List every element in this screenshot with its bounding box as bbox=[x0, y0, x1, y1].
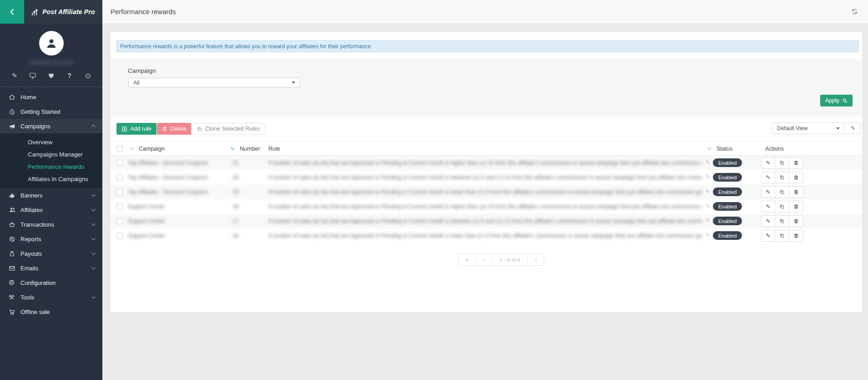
pencil-icon[interactable]: ✎ bbox=[10, 72, 19, 79]
inline-edit-pencil-icon[interactable]: ✎ bbox=[706, 174, 710, 180]
sidebar-item-transactions[interactable]: Transactions bbox=[0, 217, 102, 232]
sidebar-item-getting-started[interactable]: Getting Started bbox=[0, 104, 102, 119]
pencil-icon: ✎ bbox=[766, 189, 770, 195]
refresh-icon[interactable] bbox=[851, 8, 858, 15]
sidebar-item-banners[interactable]: Banners bbox=[0, 188, 102, 203]
basket-icon bbox=[9, 221, 20, 228]
pagination-prev-button[interactable]: ‹ bbox=[475, 254, 492, 265]
number-cell: 19 bbox=[232, 189, 238, 195]
clone-rule-button[interactable] bbox=[775, 201, 789, 213]
table-row: Support Center 18 If number of sales (to… bbox=[111, 199, 862, 214]
pencil-icon: ✎ bbox=[766, 174, 770, 181]
power-icon[interactable] bbox=[83, 72, 92, 79]
heartbeat-icon[interactable] bbox=[47, 72, 56, 79]
row-actions: ✎ bbox=[761, 201, 803, 213]
trash-icon bbox=[793, 175, 799, 180]
campaign-filter-label: Campaign bbox=[128, 67, 156, 74]
select-all-checkbox[interactable] bbox=[116, 146, 123, 152]
delete-rule-button[interactable] bbox=[789, 215, 803, 227]
delete-rule-button[interactable] bbox=[789, 172, 803, 183]
edit-rule-button[interactable]: ✎ bbox=[761, 186, 775, 198]
clone-selected-rules-button[interactable]: Clone Selected Rules bbox=[191, 123, 265, 135]
trash-icon bbox=[793, 204, 799, 209]
edit-view-button[interactable]: ✎ bbox=[846, 122, 861, 134]
info-banner-text: Performance rewards is a powerful featur… bbox=[120, 43, 372, 50]
inline-edit-pencil-icon[interactable]: ✎ bbox=[706, 159, 710, 166]
row-checkbox[interactable] bbox=[116, 174, 123, 181]
campaign-cell: Support Center bbox=[128, 218, 226, 224]
column-header-status[interactable]: Status bbox=[717, 146, 732, 152]
sidebar-item-campaigns[interactable]: Campaigns bbox=[0, 119, 102, 133]
row-checkbox[interactable] bbox=[116, 203, 123, 210]
pagination-next-button[interactable]: › bbox=[527, 254, 544, 265]
column-header-campaign[interactable]: Campaign bbox=[139, 146, 165, 152]
clone-rule-button[interactable] bbox=[775, 186, 789, 198]
sidebar-item-affiliates-in-campaigns[interactable]: Affiliates In Campaigns bbox=[0, 173, 102, 185]
inline-edit-pencil-icon[interactable]: ✎ bbox=[706, 232, 710, 238]
sidebar-header: Post Affiliate Pro bbox=[0, 0, 102, 24]
column-header-number[interactable]: Number bbox=[240, 146, 260, 152]
edit-rule-button[interactable]: ✎ bbox=[761, 215, 775, 227]
clone-rule-button[interactable] bbox=[775, 215, 789, 227]
sidebar-item-overview[interactable]: Overview bbox=[0, 136, 102, 148]
trash-icon bbox=[793, 189, 799, 195]
inline-edit-pencil-icon[interactable]: ✎ bbox=[706, 188, 710, 195]
campaign-cell: Top Affiliates - Discount Coupons bbox=[128, 160, 226, 166]
delete-button[interactable]: Delete bbox=[157, 123, 192, 135]
status-badge: Enabled bbox=[713, 202, 742, 211]
view-selector[interactable]: Default View bbox=[772, 122, 845, 134]
clone-icon bbox=[779, 218, 785, 224]
sidebar-item-offline-sale[interactable]: Offline sale bbox=[0, 304, 102, 319]
edit-rule-button[interactable]: ✎ bbox=[761, 157, 775, 169]
search-icon bbox=[842, 98, 848, 103]
delete-rule-button[interactable] bbox=[789, 201, 803, 213]
sidebar-item-tools[interactable]: ⚒ Tools bbox=[0, 290, 102, 304]
add-rule-button[interactable]: Add rule bbox=[116, 123, 156, 135]
question-icon[interactable]: ? bbox=[65, 72, 74, 79]
sidebar-item-performance-rewards[interactable]: Performance rewards bbox=[0, 161, 102, 173]
merchant-name-redacted: merchant account bbox=[0, 59, 102, 66]
clone-rule-button[interactable] bbox=[775, 172, 789, 183]
trash-icon bbox=[162, 126, 167, 132]
rule-cell: If number of sales (to be) that are Appr… bbox=[268, 160, 702, 166]
sidebar-item-emails[interactable]: Emails bbox=[0, 261, 102, 275]
campaign-filter-select[interactable]: All bbox=[128, 78, 300, 87]
sidebar-item-reports[interactable]: Reports bbox=[0, 232, 102, 246]
sidebar-item-affiliates[interactable]: Affiliates bbox=[0, 203, 102, 217]
collapse-sidebar-button[interactable] bbox=[0, 0, 24, 24]
pie-chart-icon bbox=[9, 236, 20, 243]
row-checkbox[interactable] bbox=[116, 160, 123, 166]
sidebar-item-payouts[interactable]: Payouts bbox=[0, 246, 102, 261]
sidebar-item-configuration[interactable]: ⚙ Configuration bbox=[0, 275, 102, 290]
sort-status-icon[interactable] bbox=[707, 146, 712, 150]
apply-button[interactable]: Apply bbox=[820, 95, 853, 106]
row-checkbox[interactable] bbox=[116, 189, 123, 195]
row-checkbox[interactable] bbox=[116, 218, 123, 224]
status-badge: Enabled bbox=[713, 173, 742, 182]
clone-rule-button[interactable] bbox=[775, 157, 789, 169]
delete-rule-button[interactable] bbox=[789, 230, 803, 242]
avatar[interactable] bbox=[39, 31, 64, 56]
sidebar-item-home[interactable]: Home bbox=[0, 90, 102, 104]
envelope-icon bbox=[9, 265, 20, 272]
column-header-rule[interactable]: Rule bbox=[268, 146, 280, 152]
inline-edit-pencil-icon[interactable]: ✎ bbox=[706, 218, 710, 224]
caret-down-icon bbox=[836, 127, 840, 130]
edit-rule-button[interactable]: ✎ bbox=[761, 172, 775, 183]
edit-rule-button[interactable]: ✎ bbox=[761, 230, 775, 242]
pagination-first-button[interactable]: « bbox=[459, 254, 475, 265]
sidebar-item-campaigns-manager[interactable]: Campaigns Manager bbox=[0, 148, 102, 161]
edit-rule-button[interactable]: ✎ bbox=[761, 201, 775, 213]
app-logo[interactable]: Post Affiliate Pro bbox=[24, 0, 102, 24]
row-checkbox[interactable] bbox=[116, 233, 123, 239]
sort-number-icon[interactable] bbox=[231, 146, 235, 150]
sort-campaign-icon[interactable] bbox=[130, 146, 134, 150]
chevron-down-icon bbox=[91, 294, 96, 299]
delete-rule-button[interactable] bbox=[789, 157, 803, 169]
clone-rule-button[interactable] bbox=[775, 230, 789, 242]
delete-rule-button[interactable] bbox=[789, 186, 803, 198]
table-header-row: Campaign Number Rule Status Actions bbox=[111, 141, 862, 156]
chevron-left-icon bbox=[8, 8, 16, 16]
inline-edit-pencil-icon[interactable]: ✎ bbox=[706, 203, 710, 209]
monitor-icon[interactable] bbox=[28, 72, 37, 79]
